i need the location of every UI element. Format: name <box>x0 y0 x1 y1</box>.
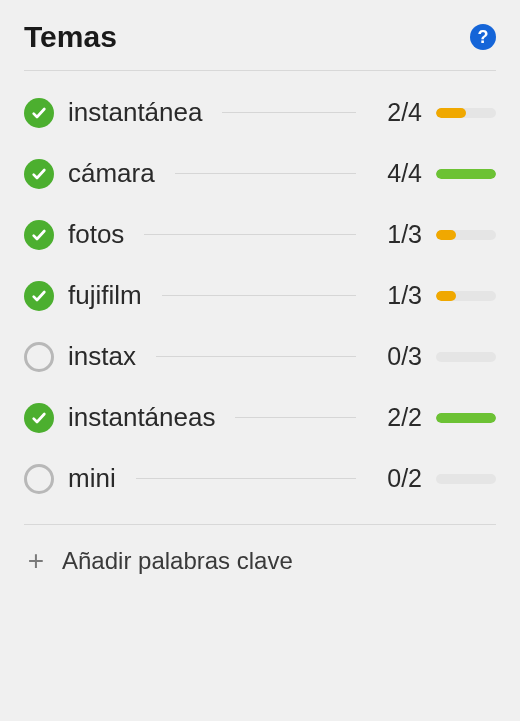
topic-progress-fill <box>436 413 496 423</box>
row-divider <box>136 478 356 479</box>
topic-count: 2/2 <box>376 403 422 432</box>
check-circle-icon[interactable] <box>24 403 54 433</box>
check-circle-icon[interactable] <box>24 98 54 128</box>
topic-count: 1/3 <box>376 220 422 249</box>
topic-label: instantáneas <box>68 402 215 433</box>
topic-count: 4/4 <box>376 159 422 188</box>
topic-progress-fill <box>436 230 456 240</box>
topic-progress <box>436 291 496 301</box>
topic-progress-fill <box>436 169 496 179</box>
check-circle-icon[interactable] <box>24 159 54 189</box>
panel-title: Temas <box>24 20 117 54</box>
topic-row[interactable]: mini0/2 <box>24 463 496 494</box>
check-circle-icon[interactable] <box>24 220 54 250</box>
topic-label: instax <box>68 341 136 372</box>
topic-row[interactable]: fujifilm1/3 <box>24 280 496 311</box>
plus-icon: + <box>24 547 48 575</box>
topics-list: instantánea2/4cámara4/4fotos1/3fujifilm1… <box>24 97 496 494</box>
topic-label: fotos <box>68 219 124 250</box>
topic-count: 2/4 <box>376 98 422 127</box>
topic-progress <box>436 413 496 423</box>
topic-count: 0/2 <box>376 464 422 493</box>
topic-progress-fill <box>436 291 456 301</box>
topic-row[interactable]: fotos1/3 <box>24 219 496 250</box>
topic-label: mini <box>68 463 116 494</box>
topic-row[interactable]: instax0/3 <box>24 341 496 372</box>
topic-progress <box>436 169 496 179</box>
empty-circle-icon[interactable] <box>24 464 54 494</box>
topics-panel: Temas ? instantánea2/4cámara4/4fotos1/3f… <box>0 0 520 595</box>
row-divider <box>156 356 356 357</box>
topic-label: cámara <box>68 158 155 189</box>
topic-progress <box>436 230 496 240</box>
empty-circle-icon[interactable] <box>24 342 54 372</box>
topic-row[interactable]: instantánea2/4 <box>24 97 496 128</box>
check-circle-icon[interactable] <box>24 281 54 311</box>
topic-label: fujifilm <box>68 280 142 311</box>
row-divider <box>162 295 356 296</box>
topic-progress <box>436 474 496 484</box>
row-divider <box>175 173 356 174</box>
topic-count: 0/3 <box>376 342 422 371</box>
topic-count: 1/3 <box>376 281 422 310</box>
topic-label: instantánea <box>68 97 202 128</box>
row-divider <box>235 417 356 418</box>
topic-row[interactable]: cámara4/4 <box>24 158 496 189</box>
topic-row[interactable]: instantáneas2/2 <box>24 402 496 433</box>
row-divider <box>144 234 356 235</box>
add-keywords-button[interactable]: + Añadir palabras clave <box>24 524 496 575</box>
panel-header: Temas ? <box>24 20 496 71</box>
add-keywords-label: Añadir palabras clave <box>62 547 293 575</box>
topic-progress-fill <box>436 108 466 118</box>
topic-progress <box>436 108 496 118</box>
row-divider <box>222 112 356 113</box>
help-icon[interactable]: ? <box>470 24 496 50</box>
topic-progress <box>436 352 496 362</box>
